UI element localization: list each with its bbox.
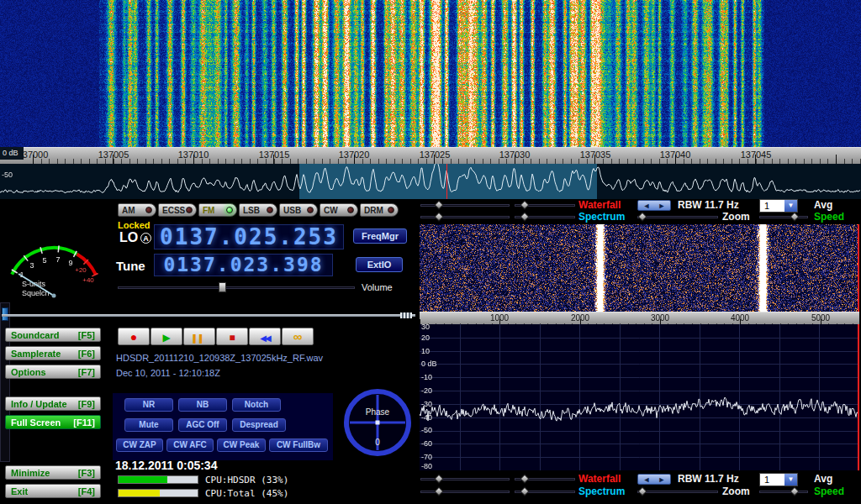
- svg-text:+40: +40: [82, 276, 94, 284]
- avg-count-select[interactable]: 1 ▼: [759, 199, 798, 213]
- rewind-button[interactable]: ◀◀: [249, 328, 281, 345]
- locked-label[interactable]: Locked: [118, 220, 151, 230]
- spectrum-label[interactable]: Spectrum: [578, 211, 625, 223]
- slider-thumb[interactable]: [434, 200, 443, 209]
- mode-cw-button[interactable]: CW: [320, 203, 358, 217]
- despread-button[interactable]: Despread: [232, 418, 286, 432]
- slider-thumb[interactable]: [637, 486, 647, 496]
- mode-usb-button[interactable]: USB: [279, 203, 318, 217]
- nb-button[interactable]: NB: [178, 398, 227, 412]
- speed-slider[interactable]: [759, 212, 808, 222]
- slider-thumb[interactable]: [520, 486, 529, 496]
- freq-label: 137015: [251, 150, 298, 160]
- rbw-label-bottom[interactable]: RBW 11.7 Hz: [678, 473, 739, 485]
- db-axis-label: -50: [421, 426, 432, 434]
- db-axis-label: -40: [421, 413, 432, 422]
- slider-thumb[interactable]: [434, 212, 443, 221]
- pause-button[interactable]: ▌▌: [183, 328, 215, 345]
- zoom-slider-bottom[interactable]: [637, 486, 718, 496]
- waterfall-high-slider-bottom[interactable]: [515, 474, 575, 484]
- options-button[interactable]: Options[F7]: [5, 365, 101, 379]
- waterfall-label[interactable]: Waterfall: [578, 199, 621, 211]
- dropdown-arrow-icon[interactable]: ▼: [784, 200, 797, 212]
- slider-thumb[interactable]: [637, 212, 647, 221]
- db-axis-label: -20: [421, 386, 432, 395]
- waterfall-high-slider[interactable]: [515, 200, 575, 210]
- minimize-button[interactable]: Minimize[F3]: [5, 465, 101, 480]
- cwfullbw-button[interactable]: CW FullBw: [269, 438, 328, 452]
- exit-button[interactable]: Exit[F4]: [5, 484, 101, 498]
- cwpeak-button[interactable]: CW Peak: [217, 438, 266, 452]
- spectrum-high-slider[interactable]: [515, 212, 575, 222]
- slider-thumb[interactable]: [219, 282, 226, 292]
- main-spectrum[interactable]: [0, 164, 861, 199]
- stop-button[interactable]: ■: [216, 328, 248, 345]
- main-waterfall[interactable]: [0, 0, 861, 147]
- cwafc-button[interactable]: CW AFC: [166, 438, 214, 452]
- waterfall-low-slider-bottom[interactable]: [420, 474, 510, 484]
- rbw-label[interactable]: RBW 11.7 Hz: [678, 199, 739, 211]
- waterfall-speed-spinner[interactable]: ◄ ►: [637, 200, 671, 211]
- mute-button[interactable]: Mute: [124, 418, 173, 432]
- loop-button[interactable]: ∞: [282, 328, 314, 345]
- rf-controls-bottom: Waterfall ◄ ► RBW 11.7 Hz 1 ▼ Avg Spectr…: [418, 472, 861, 501]
- notch-button[interactable]: Notch: [232, 398, 281, 412]
- waterfall-low-slider[interactable]: [420, 200, 510, 210]
- dropdown-arrow-icon[interactable]: ▼: [784, 474, 797, 486]
- phase-value: 0: [375, 438, 380, 447]
- waterfall-label-bottom[interactable]: Waterfall: [578, 473, 621, 485]
- rf-frequency-scale[interactable]: 1000 2000 3000 4000 5000: [420, 312, 859, 324]
- arrow-right-icon[interactable]: ►: [658, 201, 666, 210]
- slider-thumb[interactable]: [520, 474, 529, 483]
- arrow-right-icon[interactable]: ►: [658, 475, 666, 484]
- mode-led-icon: [186, 207, 193, 213]
- zoom-label: Zoom: [722, 211, 750, 223]
- samplerate-button[interactable]: Samplerate[F6]: [5, 346, 101, 360]
- waterfall-speed-spinner-bottom[interactable]: ◄ ►: [637, 474, 671, 485]
- frequency-scale[interactable]: 137000 137005 137010 137015 137020 13702…: [0, 147, 861, 164]
- nr-button[interactable]: NR: [124, 398, 173, 412]
- spectrum-low-slider[interactable]: [420, 212, 510, 222]
- mode-ecss-button[interactable]: ECSS: [158, 203, 197, 217]
- rf-waterfall[interactable]: [420, 224, 859, 312]
- avg-count-value: 1: [760, 474, 784, 486]
- slider-thumb[interactable]: [434, 474, 443, 483]
- s-meter[interactable]: 1 3 5 7 9 +20 +40 S-units Squelch: [2, 202, 109, 301]
- slider-thumb[interactable]: [520, 200, 529, 209]
- rf-spectrum[interactable]: [420, 324, 859, 470]
- arrow-left-icon[interactable]: ◄: [643, 201, 651, 210]
- mode-am-button[interactable]: AM: [118, 203, 156, 217]
- db-axis-label: -70: [421, 453, 432, 461]
- slider-thumb[interactable]: [434, 486, 443, 496]
- slider-thumb[interactable]: [790, 486, 799, 496]
- mode-drm-button[interactable]: DRM: [360, 203, 399, 217]
- slider-thumb[interactable]: [790, 212, 799, 221]
- soundcard-button[interactable]: Soundcard[F5]: [5, 328, 101, 342]
- panel-splitter[interactable]: [2, 314, 415, 317]
- extio-button[interactable]: ExtIO: [356, 257, 403, 272]
- avg-count-select-bottom[interactable]: 1 ▼: [759, 473, 798, 486]
- speed-label-bottom: Speed: [814, 486, 844, 497]
- fullscreen-button[interactable]: Full Screen[F11]: [5, 415, 101, 429]
- arrow-left-icon[interactable]: ◄: [643, 475, 651, 484]
- spectrum-high-slider-bottom[interactable]: [515, 486, 575, 496]
- play-button[interactable]: ▶: [151, 328, 182, 345]
- lock-a-badge[interactable]: A: [140, 233, 151, 244]
- mode-lsb-button[interactable]: LSB: [239, 203, 277, 217]
- agc-button[interactable]: AGC Off: [178, 418, 227, 432]
- info-update-button[interactable]: Info / Update[F9]: [5, 396, 101, 411]
- cwzap-button[interactable]: CW ZAP: [116, 438, 163, 452]
- speed-slider-bottom[interactable]: [759, 486, 808, 496]
- record-button[interactable]: ●: [118, 328, 150, 345]
- svg-text:5: 5: [42, 256, 46, 265]
- slider-thumb[interactable]: [520, 212, 529, 221]
- zoom-slider[interactable]: [637, 212, 718, 222]
- volume-slider[interactable]: [118, 282, 355, 292]
- freqmgr-button[interactable]: FreqMgr: [353, 228, 407, 244]
- mode-fm-button[interactable]: FM: [198, 203, 237, 217]
- lo-frequency-display[interactable]: 0137.025.253: [154, 224, 344, 249]
- spectrum-label-bottom[interactable]: Spectrum: [578, 486, 625, 497]
- tune-frequency-display[interactable]: 0137.023.398: [154, 254, 333, 276]
- spectrum-low-slider-bottom[interactable]: [420, 486, 510, 496]
- left-vertical-slider[interactable]: [0, 302, 10, 462]
